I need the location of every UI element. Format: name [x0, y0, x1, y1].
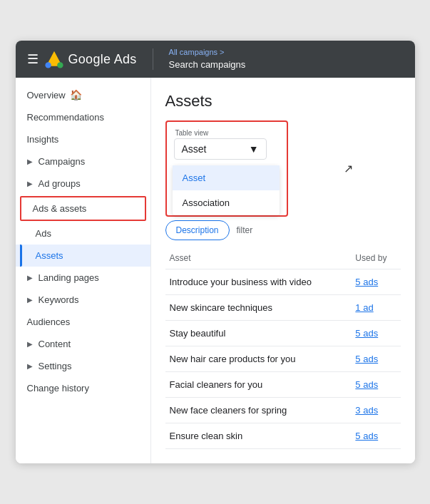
select-value: Asset [182, 143, 207, 155]
tabs-row: Description filter [165, 220, 401, 240]
dropdown-container: Table view Asset ▼ Asset Association [165, 120, 288, 217]
content-area: Assets Table view Asset ▼ Asset Associat… [151, 78, 415, 463]
sidebar-item-keywords[interactable]: ▶ Keywords [16, 289, 150, 311]
table-header-used-by: Used by [351, 247, 400, 269]
table-cell-used-by[interactable]: 5 ads [351, 269, 400, 295]
page-title: Assets [165, 92, 401, 110]
table-cell-used-by[interactable]: 5 ads [351, 423, 400, 449]
table-row: Stay beautiful 5 ads [165, 321, 401, 346]
sidebar-section-ads-assets[interactable]: Ads & assets [20, 196, 146, 221]
chevron-icon: ▶ [27, 340, 33, 348]
sidebar-item-insights-label: Insights [27, 134, 59, 145]
sidebar-item-overview-label: Overview [27, 90, 66, 101]
table-row: Introduce your business with video 5 ads [165, 269, 401, 295]
sidebar-item-change-history-label: Change history [27, 383, 89, 394]
table-cell-asset: Stay beautiful [165, 321, 352, 346]
sidebar-item-keywords-label: Keywords [39, 294, 79, 305]
chevron-icon: ▶ [27, 362, 33, 370]
sidebar-sub-ads-wrap: Ads [16, 222, 150, 245]
main-layout: Overview 🏠 Recommendations Insights ▶ Ca… [16, 78, 415, 463]
table-cell-used-by[interactable]: 5 ads [351, 346, 400, 372]
dropdown-option-asset[interactable]: Asset [173, 165, 280, 190]
sidebar-item-recommendations-label: Recommendations [27, 112, 104, 123]
sidebar: Overview 🏠 Recommendations Insights ▶ Ca… [16, 78, 151, 463]
sidebar-item-content-label: Content [39, 339, 71, 349]
tab-description[interactable]: Description [165, 220, 230, 240]
breadcrumb-current: Search campaigns [169, 58, 246, 71]
table-row: New face cleaners for spring 3 ads [165, 398, 401, 423]
sidebar-item-insights[interactable]: Insights [16, 128, 150, 150]
filter-text: filter [237, 225, 253, 235]
sidebar-item-audiences[interactable]: Audiences [16, 311, 150, 333]
assets-table: Asset Used by Introduce your business wi… [165, 247, 401, 449]
sidebar-item-change-history[interactable]: Change history [16, 377, 150, 399]
table-cell-asset: New hair care products for you [165, 346, 352, 372]
sidebar-sub-item-ads-label: Ads [36, 228, 51, 239]
topbar-brand-name: Google Ads [68, 52, 137, 67]
chevron-icon: ▶ [27, 296, 33, 304]
topbar: ☰ Google Ads All campaigns > Search camp… [16, 41, 415, 78]
breadcrumb-parent[interactable]: All campaigns > [169, 47, 246, 58]
chevron-icon: ▶ [27, 158, 33, 165]
sidebar-item-overview[interactable]: Overview 🏠 [16, 83, 150, 106]
cursor-arrow-icon: ↗ [344, 162, 353, 175]
sidebar-item-ad-groups[interactable]: ▶ Ad groups [16, 173, 150, 195]
chevron-icon: ▶ [27, 180, 33, 187]
table-cell-used-by[interactable]: 1 ad [351, 295, 400, 321]
table-cell-asset: New face cleaners for spring [165, 398, 352, 423]
table-view-label: Table view [174, 129, 280, 137]
table-row: Ensure clean skin 5 ads [165, 423, 401, 449]
topbar-divider [153, 48, 153, 70]
table-row: New hair care products for you 5 ads [165, 346, 401, 372]
sidebar-item-settings[interactable]: ▶ Settings [16, 355, 150, 377]
table-cell-asset: Introduce your business with video [165, 269, 352, 295]
sidebar-item-audiences-label: Audiences [27, 317, 71, 327]
topbar-logo: ☰ Google Ads [27, 49, 137, 69]
sidebar-item-landing-pages[interactable]: ▶ Landing pages [16, 267, 150, 289]
sidebar-item-landing-pages-label: Landing pages [39, 272, 99, 283]
table-view-select[interactable]: Asset ▼ [174, 138, 267, 160]
home-icon: 🏠 [70, 89, 82, 101]
table-cell-used-by[interactable]: 5 ads [351, 321, 400, 346]
svg-point-1 [45, 62, 51, 68]
table-row: New skincare techniques 1 ad [165, 295, 401, 321]
dropdown-menu: Asset Association [173, 165, 280, 215]
sidebar-sub-item-assets-label: Assets [36, 250, 63, 261]
sidebar-item-campaigns-label: Campaigns [39, 156, 86, 167]
table-row: Facial cleaners for you 5 ads [165, 372, 401, 398]
table-cell-asset: New skincare techniques [165, 295, 352, 321]
sidebar-section-ads-assets-label: Ads & assets [33, 203, 87, 214]
svg-point-2 [57, 62, 63, 68]
sidebar-item-ad-groups-label: Ad groups [39, 178, 81, 189]
topbar-breadcrumb: All campaigns > Search campaigns [169, 47, 246, 71]
browser-frame: ☰ Google Ads All campaigns > Search camp… [16, 41, 415, 463]
table-header-asset: Asset [165, 247, 352, 269]
dropdown-option-association[interactable]: Association [173, 190, 280, 215]
google-ads-logo: Google Ads [44, 49, 137, 69]
table-cell-asset: Facial cleaners for you [165, 372, 352, 398]
sidebar-item-settings-label: Settings [39, 361, 72, 371]
dropdown-arrow-icon: ▼ [249, 143, 259, 155]
sidebar-item-campaigns[interactable]: ▶ Campaigns [16, 150, 150, 173]
sidebar-item-content[interactable]: ▶ Content [16, 333, 150, 355]
table-cell-used-by[interactable]: 5 ads [351, 372, 400, 398]
table-cell-asset: Ensure clean skin [165, 423, 352, 449]
google-ads-logo-icon [44, 49, 64, 69]
hamburger-icon[interactable]: ☰ [27, 51, 39, 67]
table-cell-used-by[interactable]: 3 ads [351, 398, 400, 423]
chevron-icon: ▶ [27, 274, 33, 282]
sidebar-sub-item-assets[interactable]: Assets [16, 245, 150, 267]
sidebar-sub-assets-wrap: Assets [16, 245, 150, 267]
sidebar-sub-item-ads[interactable]: Ads [16, 222, 150, 245]
sidebar-item-recommendations[interactable]: Recommendations [16, 106, 150, 128]
